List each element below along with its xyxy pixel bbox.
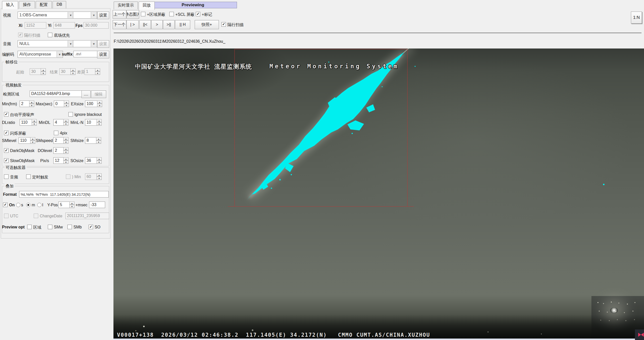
smspeed-spinner[interactable] bbox=[63, 137, 68, 144]
smooth-noise-checkbox[interactable] bbox=[4, 112, 9, 117]
playback-interlace-checkbox[interactable] bbox=[221, 22, 226, 27]
spin-up-icon[interactable] bbox=[64, 101, 69, 104]
interlace-checkbox[interactable] bbox=[18, 33, 23, 37]
timer-trigger-checkbox[interactable] bbox=[26, 174, 31, 179]
spin-down-icon[interactable] bbox=[29, 104, 34, 107]
mindl-spinner[interactable] bbox=[63, 119, 68, 126]
spin-up-icon[interactable] bbox=[32, 119, 37, 122]
next-button[interactable]: 下一个 bbox=[113, 20, 126, 29]
tab-config[interactable]: 配置 bbox=[36, 1, 52, 9]
spin-down-icon[interactable] bbox=[63, 122, 68, 126]
exsize-spinner[interactable] bbox=[97, 101, 102, 107]
tray-app-button[interactable] bbox=[635, 329, 644, 340]
spin-up-icon[interactable] bbox=[29, 101, 34, 104]
browse-button[interactable]: .... bbox=[82, 90, 91, 98]
spin-up-icon[interactable] bbox=[96, 137, 101, 140]
yi-field[interactable]: 648 bbox=[53, 22, 75, 29]
msec-field[interactable]: -33 bbox=[89, 202, 105, 208]
size-s-radio[interactable] bbox=[16, 203, 20, 207]
chevron-down-icon[interactable] bbox=[68, 12, 73, 18]
changedate-checkbox[interactable] bbox=[34, 214, 38, 218]
overlay-on-checkbox[interactable] bbox=[3, 203, 8, 207]
preview-smb-checkbox[interactable] bbox=[67, 225, 72, 229]
flicker-mask-checkbox[interactable] bbox=[4, 131, 9, 135]
ignore-blackout-checkbox[interactable] bbox=[68, 112, 73, 117]
step-button[interactable]: > bbox=[151, 20, 163, 29]
spin-up-icon[interactable] bbox=[97, 173, 102, 177]
snapshot-button[interactable]: 快照+ bbox=[195, 20, 219, 29]
smsize-spinner[interactable] bbox=[96, 137, 101, 144]
dlratio-spinner[interactable] bbox=[32, 119, 37, 126]
slowobj-mask-checkbox[interactable] bbox=[4, 158, 9, 163]
spin-up-icon[interactable] bbox=[41, 68, 46, 72]
format-field[interactable]: %L%i% %T%m 117.1405(E) 34.2172(N) bbox=[19, 191, 109, 198]
spin-down-icon[interactable] bbox=[97, 104, 102, 107]
changedate-field[interactable]: 20111231_235959 bbox=[65, 213, 109, 219]
edit-button[interactable]: 编辑 bbox=[91, 90, 106, 98]
tab-playback[interactable]: 回放 bbox=[139, 2, 155, 10]
spin-down-icon[interactable] bbox=[64, 104, 69, 107]
tab-input[interactable]: 输入 bbox=[2, 1, 18, 9]
spin-up-icon[interactable] bbox=[63, 157, 68, 161]
preview-smw-checkbox[interactable] bbox=[48, 225, 52, 229]
dolevel-spinner[interactable] bbox=[63, 147, 68, 154]
video-frame[interactable]: 中国矿业大学星河天文学社 流星监测系统 Meteor Monitoring Sy… bbox=[113, 48, 644, 338]
smlevel-spinner[interactable] bbox=[30, 137, 35, 144]
audio-mode-select[interactable] bbox=[73, 40, 97, 47]
spin-down-icon[interactable] bbox=[95, 72, 100, 75]
spin-up-icon[interactable] bbox=[97, 101, 102, 104]
mask-scl-checkbox[interactable] bbox=[169, 12, 174, 16]
fps-field[interactable]: 30.000 bbox=[84, 22, 109, 29]
min-trigger-spinner[interactable] bbox=[97, 173, 102, 180]
max-sec-spinner[interactable] bbox=[64, 101, 69, 107]
spin-down-icon[interactable] bbox=[63, 140, 68, 144]
shift-start-spinner[interactable] bbox=[41, 68, 46, 75]
detect-area-field[interactable]: DA1152-648AP3.bmp bbox=[30, 90, 83, 97]
playback-position-slider[interactable] bbox=[114, 33, 641, 33]
fourpix-checkbox[interactable] bbox=[54, 131, 58, 135]
spin-down-icon[interactable] bbox=[63, 151, 68, 154]
video-device-select[interactable]: 1:OBS-Camera bbox=[18, 12, 74, 19]
size-m-radio[interactable] bbox=[26, 203, 30, 207]
spin-down-icon[interactable] bbox=[97, 161, 102, 164]
darkobj-mask-checkbox[interactable] bbox=[4, 148, 9, 153]
video-mode-select[interactable] bbox=[73, 12, 97, 19]
min-frm-spinner[interactable] bbox=[29, 101, 34, 107]
spin-up-icon[interactable] bbox=[95, 68, 100, 72]
spin-down-icon[interactable] bbox=[97, 122, 102, 126]
go-start-button[interactable]: ||< bbox=[139, 20, 151, 29]
codec-select[interactable]: AVI(uncompresse bbox=[18, 51, 63, 58]
chevron-down-icon[interactable] bbox=[57, 51, 62, 57]
spin-up-icon[interactable] bbox=[70, 68, 75, 72]
chevron-down-icon[interactable] bbox=[91, 41, 97, 47]
tab-operate[interactable]: 操作 bbox=[19, 1, 35, 9]
static-image-button[interactable]: 静态图片 bbox=[127, 10, 139, 19]
suffix-field[interactable]: .avi bbox=[73, 51, 100, 57]
utc-checkbox[interactable] bbox=[4, 214, 9, 218]
spin-up-icon[interactable] bbox=[63, 119, 68, 122]
spin-down-icon[interactable] bbox=[30, 140, 35, 144]
previous-button[interactable]: 上一个 bbox=[113, 10, 126, 19]
spin-down-icon[interactable] bbox=[41, 72, 46, 75]
spin-down-icon[interactable] bbox=[69, 205, 74, 208]
xi-field[interactable]: 1152 bbox=[25, 22, 46, 29]
spin-down-icon[interactable] bbox=[32, 122, 37, 126]
chevron-down-icon[interactable] bbox=[68, 41, 73, 47]
ypos-spinner[interactable] bbox=[69, 202, 74, 208]
audio-trigger-checkbox[interactable] bbox=[4, 174, 9, 179]
min-trigger-checkbox[interactable] bbox=[66, 174, 70, 179]
scale-1n-button[interactable]: 1:N bbox=[631, 12, 642, 24]
audio-settings-button[interactable]: 设置 bbox=[97, 40, 109, 48]
go-end-button[interactable]: >|| bbox=[163, 20, 175, 29]
mark-checkbox[interactable] bbox=[196, 12, 200, 16]
video-settings-button[interactable]: 设置 bbox=[97, 12, 109, 19]
shift-end-spinner[interactable] bbox=[70, 68, 75, 75]
spin-down-icon[interactable] bbox=[63, 161, 68, 164]
spin-up-icon[interactable] bbox=[63, 137, 68, 140]
spin-down-icon[interactable] bbox=[70, 72, 75, 75]
tab-live-view[interactable]: 实时显示 bbox=[114, 2, 138, 9]
audio-device-select[interactable]: NULL bbox=[18, 40, 74, 47]
preview-area-checkbox[interactable] bbox=[27, 225, 32, 229]
size-l-radio[interactable] bbox=[37, 203, 42, 207]
spin-up-icon[interactable] bbox=[30, 137, 35, 140]
